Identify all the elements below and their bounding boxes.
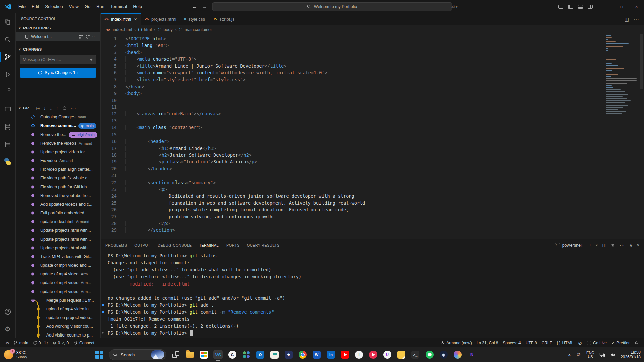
status-connect[interactable]: Connect	[71, 338, 97, 347]
taskbar-file-explorer-icon[interactable]	[185, 350, 195, 359]
taskbar-word-icon[interactable]: W	[312, 350, 321, 359]
taskbar-microsoft-store-icon[interactable]	[199, 350, 209, 359]
status-sync[interactable]: 0↓ 1↑	[31, 338, 51, 347]
menu-edit[interactable]: Edit	[29, 3, 42, 10]
taskbar-task-view-icon[interactable]	[171, 350, 181, 359]
kill-terminal-icon[interactable]	[611, 243, 615, 248]
changes-header[interactable]: CHANGES	[23, 47, 42, 51]
activitybar-source-control-icon[interactable]	[0, 48, 16, 66]
start-button[interactable]	[95, 350, 104, 359]
minimize-button[interactable]: —	[599, 0, 614, 13]
commit-row[interactable]: upload of mp4 video in ...	[16, 305, 100, 313]
taskbar-u-app-icon[interactable]: U	[383, 350, 392, 359]
sync-changes-button[interactable]: Sync Changes 1 ↑	[20, 68, 96, 78]
taskbar-family-safety-icon[interactable]	[242, 350, 251, 359]
commit-row[interactable]: Update projects.html with...	[16, 235, 100, 244]
status-branch[interactable]: main	[11, 338, 31, 347]
command-center-search[interactable]: Welcom to my Portfolio	[212, 2, 452, 11]
panel-more-icon[interactable]: ···	[620, 243, 625, 248]
status-language[interactable]: { }HTML	[554, 338, 576, 347]
commit-row[interactable]: update of mp4 videoArm...	[16, 270, 100, 278]
breadcrumb-item[interactable]: html	[144, 27, 152, 32]
toggle-secondary-sidebar-icon[interactable]	[588, 5, 593, 9]
pull-icon[interactable]: ↓	[50, 106, 52, 111]
titlebar-extra-icon[interactable]: ⇄∨	[451, 4, 458, 9]
status-cursor-position[interactable]: Ln 31, Col 8	[474, 338, 501, 347]
status-prettier[interactable]: ✓Prettier	[609, 338, 632, 347]
breadcrumb-item[interactable]: index.html	[113, 27, 132, 32]
commit-row[interactable]: Fix video path for GitHub ...	[16, 183, 100, 191]
panel-tab-query-results[interactable]: QUERY RESULTS	[247, 239, 280, 251]
panel-tab-output[interactable]: OUTPUT	[134, 239, 150, 251]
activitybar-search-icon[interactable]	[0, 31, 16, 48]
toggle-sidebar-icon[interactable]	[568, 5, 573, 9]
chevron-down-icon[interactable]: ∨	[18, 26, 22, 30]
commit-row[interactable]: Add visitor counter to p...	[16, 331, 100, 338]
clock[interactable]: 18:58 2026/01/18	[621, 350, 641, 359]
taskbar-search[interactable]: Search	[109, 349, 166, 360]
network-icon[interactable]	[599, 352, 605, 357]
activitybar-python-icon[interactable]	[0, 153, 16, 170]
more-actions-icon[interactable]: ···	[93, 17, 98, 21]
commit-row[interactable]: Removed the youtube fro...	[16, 191, 100, 200]
commit-row[interactable]: update of mp4 videoArm...	[16, 278, 100, 287]
commit-row[interactable]: Remove the videosArmand	[16, 139, 100, 148]
status-notifications[interactable]	[632, 338, 641, 347]
sync-icon[interactable]	[85, 34, 90, 39]
commit-row[interactable]: update index.htmlArmand	[16, 217, 100, 226]
tab-projects.html[interactable]: <>projects.html	[141, 13, 180, 25]
maximize-panel-icon[interactable]: ∧	[629, 243, 633, 248]
commit-row[interactable]: Update projects.html with...	[16, 244, 100, 252]
activitybar-explorer-icon[interactable]	[0, 13, 16, 31]
commit-row[interactable]: Fix videoArmand	[16, 156, 100, 165]
customize-layout-icon[interactable]	[558, 5, 563, 9]
tray-people-icon[interactable]: ☺	[576, 352, 581, 358]
new-terminal-icon[interactable]: +	[589, 243, 591, 248]
scrollbar-thumb[interactable]	[640, 34, 643, 89]
commit-row[interactable]: Add working visitor cou...	[16, 322, 100, 331]
taskbar-terminal-app-icon[interactable]: >_	[411, 350, 420, 359]
menu-go[interactable]: Go	[82, 3, 93, 10]
activitybar-account-icon[interactable]	[0, 303, 16, 320]
menu-run[interactable]: Run	[93, 3, 107, 10]
commit-row[interactable]: update on project video...	[16, 313, 100, 322]
taskbar-steam-icon[interactable]: ◉	[439, 350, 448, 359]
language-indicator[interactable]: ENG US	[586, 351, 594, 359]
push-icon[interactable]: ↑	[56, 106, 58, 111]
activitybar-settings-icon[interactable]: ⚙	[0, 320, 16, 338]
chevron-down-icon[interactable]: ∨	[18, 48, 22, 51]
activitybar-run-debug-icon[interactable]	[0, 66, 16, 83]
volume-icon[interactable]	[610, 352, 615, 357]
taskbar-notepad-icon[interactable]	[270, 350, 279, 359]
sparkle-icon[interactable]	[89, 58, 93, 62]
status-problems[interactable]: ⊗0△0	[50, 338, 71, 347]
status-indentation[interactable]: Spaces: 4	[500, 338, 523, 347]
commit-row[interactable]: Outgoing Changesmain	[16, 113, 100, 121]
close-button[interactable]: ×	[629, 0, 644, 13]
commit-row[interactable]: Track MP4 videos with Git...	[16, 252, 100, 261]
split-editor-icon[interactable]: ◫	[625, 17, 629, 22]
commit-row[interactable]: Remove the...☁origin/main	[16, 130, 100, 139]
activitybar-remote-explorer-icon[interactable]	[0, 101, 16, 118]
taskbar-media-player-icon[interactable]	[368, 350, 378, 359]
taskbar-info-app-icon[interactable]: i	[354, 350, 364, 359]
terminal[interactable]: PS D:\Welcom to my Portfolio> git status…	[101, 251, 644, 338]
status-remote[interactable]: ><	[3, 338, 11, 347]
taskbar-linkedin-icon[interactable]: in	[326, 350, 336, 359]
taskbar-sticky-notes-icon[interactable]	[397, 350, 406, 359]
commit-row[interactable]: Fix video path fix whole c...	[16, 174, 100, 183]
status-blame[interactable]: Armand (now)	[438, 338, 474, 347]
menu-file[interactable]: File	[15, 3, 29, 10]
status-eol[interactable]: CRLF	[539, 338, 554, 347]
repo-more-icon[interactable]: ···	[92, 34, 97, 39]
status-encoding[interactable]: UTF-8	[523, 338, 539, 347]
graph-more-icon[interactable]: ···	[71, 106, 76, 111]
fetch-icon[interactable]: ↓	[44, 106, 46, 111]
panel-tab-terminal[interactable]: TERMINAL	[199, 239, 219, 251]
tab-index.html[interactable]: <>index.html×	[101, 13, 141, 25]
status-go-live[interactable]: Go Live	[584, 338, 609, 347]
code-editor[interactable]: 1<!DOCTYPE html>2<html lang="en">3<head>…	[101, 34, 644, 239]
status-copilot[interactable]: ⊘	[576, 338, 584, 347]
tray-chevron-up-icon[interactable]: ∧	[568, 353, 571, 357]
commit-row[interactable]: Merge pull request #1 fr...	[16, 296, 100, 305]
